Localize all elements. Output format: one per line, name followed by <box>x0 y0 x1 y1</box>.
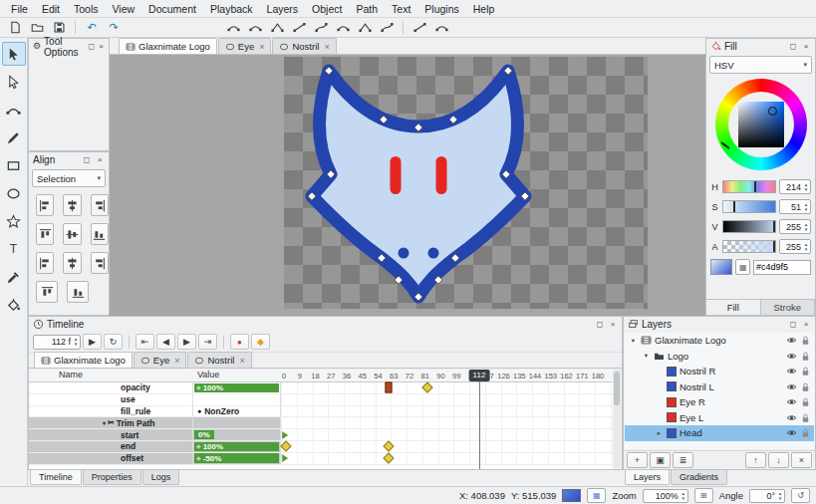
expander-icon[interactable]: ▾ <box>642 352 651 360</box>
distribute-center-button[interactable] <box>63 252 81 274</box>
lock-icon[interactable] <box>800 381 811 392</box>
float-panel-icon[interactable]: ◻ <box>788 42 798 51</box>
select-tool[interactable] <box>2 42 26 66</box>
dock-tab-gradients[interactable]: Gradients <box>671 470 727 485</box>
align-left-button[interactable] <box>36 194 54 216</box>
nostril-left-shape[interactable] <box>399 248 409 259</box>
slider-handle[interactable] <box>733 201 735 212</box>
align-relative-select[interactable]: Selection ▾ <box>32 169 106 187</box>
fill-bucket-tool[interactable] <box>2 293 26 317</box>
canvas-tab-eye[interactable]: Eye × <box>218 38 272 54</box>
redo-button[interactable]: ↷ <box>104 19 124 36</box>
duplicate-layer-button[interactable]: ≣ <box>673 452 693 468</box>
eye-right-shape[interactable] <box>436 156 447 194</box>
lock-icon[interactable] <box>800 396 811 407</box>
visibility-eye-icon[interactable] <box>786 335 797 346</box>
prev-frame-button[interactable]: ◀ <box>156 334 175 350</box>
segment-to-curve-button[interactable] <box>311 19 331 36</box>
float-panel-icon[interactable]: ◻ <box>82 155 92 164</box>
keyframe-marker-diamond[interactable] <box>383 441 394 452</box>
zoom-fit-button[interactable]: ⊞ <box>694 488 713 503</box>
layer-row-eye-r[interactable]: Eye R <box>625 394 814 410</box>
close-panel-icon[interactable]: × <box>608 320 618 329</box>
color-picker-tool[interactable] <box>2 265 26 289</box>
color-model-select[interactable]: HSV ▾ <box>709 56 812 74</box>
align-outside-bottom-button[interactable] <box>67 281 89 303</box>
property-name[interactable]: end <box>29 441 193 452</box>
property-value[interactable]: 0% <box>193 429 281 440</box>
layer-row-glaxnimate-logo[interactable]: ▾Glaxnimate Logo <box>625 333 814 349</box>
draw-line-button[interactable] <box>409 19 429 36</box>
record-keyframes-button[interactable]: ● <box>230 334 249 350</box>
keyframe-marker-arrow[interactable] <box>282 431 288 439</box>
canvas-viewport[interactable] <box>110 55 705 316</box>
slider-handle[interactable] <box>773 221 775 232</box>
undo-button[interactable]: ↶ <box>82 19 102 36</box>
hex-color-input[interactable] <box>753 260 811 275</box>
hue-spinbox[interactable]: 214 ▴▾ <box>779 179 811 194</box>
tab-fill[interactable]: Fill <box>706 299 761 315</box>
dissolve-node-button[interactable] <box>377 19 397 36</box>
menu-item-help[interactable]: Help <box>466 1 502 17</box>
fox-head-drawing[interactable] <box>284 57 648 309</box>
lock-icon[interactable] <box>800 351 811 362</box>
star-tool[interactable] <box>2 209 26 233</box>
node-cusp-button[interactable] <box>267 19 287 36</box>
saturation-value-square[interactable] <box>738 102 784 147</box>
next-frame-button[interactable]: ▶ <box>177 334 196 350</box>
align-hcenter-button[interactable] <box>63 194 81 216</box>
text-tool[interactable]: T <box>2 237 26 261</box>
close-panel-icon[interactable]: × <box>801 42 811 51</box>
new-layer-button[interactable]: + <box>627 452 648 468</box>
open-document-button[interactable] <box>27 19 47 36</box>
property-value[interactable] <box>193 417 281 428</box>
layer-row-nostril-r[interactable]: Nostril R <box>625 364 814 379</box>
align-top-button[interactable] <box>36 223 54 245</box>
hue-slider[interactable] <box>722 180 776 193</box>
distribute-right-button[interactable] <box>91 252 109 274</box>
current-color-swatch[interactable] <box>710 259 732 275</box>
node-smooth-button[interactable] <box>245 19 265 36</box>
menu-item-document[interactable]: Document <box>141 1 203 17</box>
property-name[interactable]: opacity <box>29 382 193 393</box>
property-name[interactable]: ▾✂Trim Path <box>29 417 193 428</box>
menu-item-tools[interactable]: Tools <box>67 1 106 17</box>
close-panel-icon[interactable]: × <box>95 155 105 164</box>
edit-nodes-tool[interactable] <box>2 70 26 94</box>
new-group-button[interactable]: ▣ <box>650 452 671 468</box>
transparency-toggle-button[interactable]: ▦ <box>587 488 606 503</box>
spin-arrows[interactable]: ▴▾ <box>802 182 810 192</box>
keyframe-track[interactable] <box>281 453 613 464</box>
zoom-spinbox[interactable]: 100% ▴▾ <box>643 489 688 503</box>
keyframe-marker-diamond[interactable] <box>421 382 432 393</box>
close-tab-icon[interactable]: × <box>174 356 179 366</box>
property-name[interactable]: offset <box>29 453 193 464</box>
lock-icon[interactable] <box>800 335 811 346</box>
timeline-ruler[interactable]: 0918273645546372819099117126135144153162… <box>281 370 613 381</box>
keyframe-marker-diamond[interactable] <box>383 453 394 464</box>
align-vcenter-button[interactable] <box>63 223 81 245</box>
save-document-button[interactable] <box>49 19 69 36</box>
menu-item-edit[interactable]: Edit <box>35 1 67 17</box>
keyframe-marker-diamond[interactable] <box>280 441 291 452</box>
float-panel-icon[interactable]: ◻ <box>595 320 605 329</box>
spin-arrows[interactable]: ▴▾ <box>802 202 810 212</box>
current-frame-line[interactable] <box>479 381 480 469</box>
property-value[interactable]: ◆100% <box>193 441 281 452</box>
remove-node-button[interactable] <box>355 19 375 36</box>
ellipse-tool[interactable] <box>2 181 26 205</box>
value-slider[interactable] <box>722 220 776 233</box>
spin-arrows[interactable]: ▴▾ <box>802 242 810 252</box>
lock-icon[interactable] <box>800 427 811 438</box>
canvas-tab-nostril[interactable]: Nostril × <box>272 38 336 54</box>
keyframe-track[interactable] <box>281 406 613 417</box>
dock-tab-timeline[interactable]: Timeline <box>30 470 82 485</box>
go-first-frame-button[interactable]: ⇤ <box>136 334 154 350</box>
spin-arrows[interactable]: ▴▾ <box>72 337 80 347</box>
current-frame-indicator[interactable]: 112 <box>469 370 490 381</box>
tab-stroke[interactable]: Stroke <box>761 299 816 315</box>
new-document-button[interactable] <box>5 19 25 36</box>
float-panel-icon[interactable]: ◻ <box>788 320 798 329</box>
dock-tab-properties[interactable]: Properties <box>83 470 141 485</box>
timeline-tab-glaxnimate-logo[interactable]: Glaxnimate Logo <box>34 352 133 368</box>
